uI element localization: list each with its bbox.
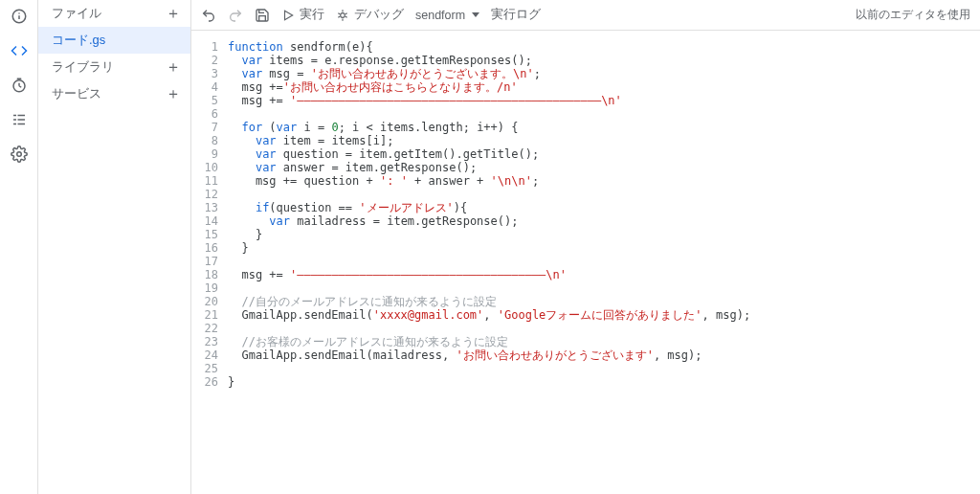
code-line[interactable] (228, 188, 980, 201)
code-area[interactable]: function sendform(e){ var items = e.resp… (228, 40, 980, 494)
main-column: 実行 デバッグ sendform 実行ログ 以前のエディタを使用 1234567… (191, 0, 980, 494)
code-line[interactable]: var answer = item.getResponse(); (228, 161, 980, 174)
code-line[interactable]: var question = item.getItem().getTitle()… (228, 147, 980, 161)
run-button[interactable]: 実行 (281, 7, 324, 23)
code-line[interactable]: //自分のメールアドレスに通知が来るように設定 (228, 295, 980, 308)
gear-icon[interactable] (9, 144, 30, 165)
code-line[interactable]: msg += '————————————————————————————————… (228, 268, 980, 281)
code-line[interactable]: GmailApp.sendEmail(mailadress, 'お問い合わせあり… (228, 348, 980, 362)
services-label: サービス (52, 85, 101, 102)
code-line[interactable] (228, 322, 980, 335)
svg-line-5 (19, 86, 21, 88)
left-rail (0, 0, 38, 494)
info-icon[interactable] (9, 6, 30, 27)
code-line[interactable]: } (228, 375, 980, 389)
svg-line-21 (345, 16, 347, 17)
code-line[interactable]: for (var i = 0; i < items.length; i++) { (228, 121, 980, 134)
file-item-label: コード.gs (52, 32, 105, 49)
svg-point-2 (18, 12, 20, 14)
code-line[interactable]: GmailApp.sendEmail('xxxx@gmail.com', 'Go… (228, 308, 980, 322)
debug-button[interactable]: デバッグ (336, 7, 404, 23)
code-line[interactable] (228, 107, 980, 121)
code-line[interactable]: msg += '————————————————————————————————… (228, 94, 980, 107)
add-service-button[interactable]: ＋ (166, 86, 181, 101)
code-line[interactable]: if(question == 'メールアドレス'){ (228, 201, 980, 214)
svg-line-20 (338, 16, 340, 17)
svg-point-13 (16, 152, 21, 157)
execution-log-button[interactable]: 実行ログ (491, 7, 541, 23)
chevron-down-icon (472, 12, 479, 17)
code-line[interactable]: var items = e.response.getItemResponses(… (228, 54, 980, 67)
execution-log-label: 実行ログ (491, 7, 541, 23)
save-button[interactable] (255, 8, 270, 23)
code-line[interactable]: //お客様のメールアドレスに通知が来るように設定 (228, 335, 980, 348)
code-line[interactable]: var msg = 'お問い合わせありがとうございます。\n'; (228, 67, 980, 80)
undo-button[interactable] (201, 8, 216, 23)
function-selector-value: sendform (415, 9, 465, 22)
run-label: 実行 (300, 7, 324, 23)
code-line[interactable]: } (228, 228, 980, 241)
code-editor[interactable]: 1234567891011121314151617181920212223242… (191, 31, 980, 494)
code-line[interactable]: } (228, 241, 980, 255)
libraries-header: ライブラリ ＋ (38, 54, 190, 80)
code-line[interactable] (228, 362, 980, 375)
use-legacy-editor-link[interactable]: 以前のエディタを使用 (856, 7, 970, 23)
add-library-button[interactable]: ＋ (166, 59, 181, 75)
svg-line-19 (345, 12, 347, 13)
services-header: サービス ＋ (38, 80, 190, 107)
toolbar: 実行 デバッグ sendform 実行ログ 以前のエディタを使用 (191, 0, 980, 31)
file-panel: ファイル ＋ コード.gs ライブラリ ＋ サービス ＋ (38, 0, 191, 494)
code-line[interactable]: var mailadress = item.getResponse(); (228, 214, 980, 228)
code-line[interactable] (228, 281, 980, 295)
libraries-label: ライブラリ (52, 58, 114, 76)
code-icon[interactable] (9, 40, 30, 61)
code-line[interactable]: var item = items[i]; (228, 134, 980, 147)
list-icon[interactable] (9, 109, 30, 130)
clock-icon[interactable] (9, 75, 30, 96)
line-number-gutter: 1234567891011121314151617181920212223242… (191, 40, 228, 494)
app-root: ファイル ＋ コード.gs ライブラリ ＋ サービス ＋ (0, 0, 980, 494)
code-line[interactable]: msg += question + ': ' + answer + '\n\n'… (228, 174, 980, 188)
files-label: ファイル (52, 5, 101, 22)
code-line[interactable] (228, 255, 980, 268)
svg-line-18 (338, 12, 340, 13)
add-file-button[interactable]: ＋ (166, 6, 181, 21)
code-line[interactable]: msg +='お問い合わせ内容はこちらとなります。/n' (228, 80, 980, 94)
svg-marker-14 (285, 11, 293, 19)
code-line[interactable]: function sendform(e){ (228, 40, 980, 54)
file-item-code-gs[interactable]: コード.gs (38, 27, 190, 54)
function-selector[interactable]: sendform (415, 9, 479, 22)
redo-button[interactable] (228, 8, 243, 23)
svg-point-15 (341, 12, 345, 17)
debug-label: デバッグ (354, 7, 404, 23)
files-header: ファイル ＋ (38, 0, 190, 27)
